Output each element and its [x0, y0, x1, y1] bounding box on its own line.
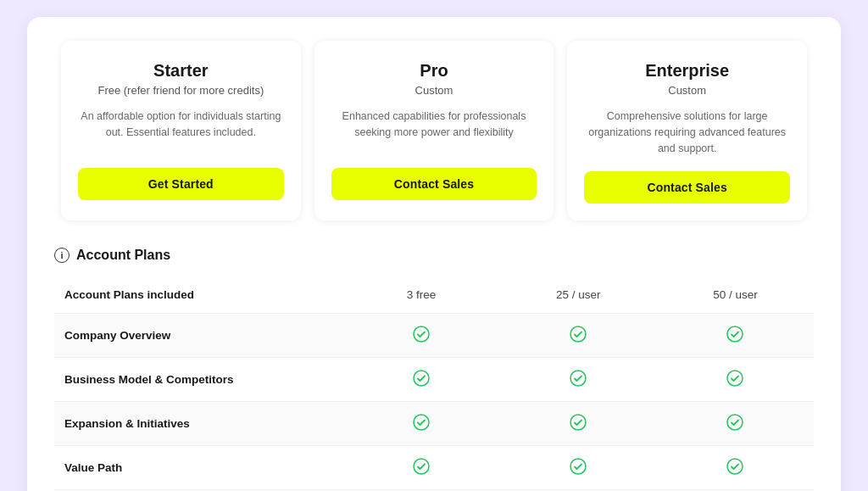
starter-value: [342, 446, 499, 490]
enterprise-value: [657, 446, 814, 490]
svg-point-5: [727, 371, 743, 386]
check-icon: [413, 414, 430, 431]
enterprise-value: [657, 314, 814, 358]
svg-point-6: [414, 415, 429, 430]
starter-value: [342, 358, 499, 402]
main-container: Starter Free (refer friend for more cred…: [27, 17, 841, 491]
plan-name-starter: Starter: [78, 61, 284, 81]
pro-value: [500, 358, 657, 402]
pricing-card-starter: Starter Free (refer friend for more cred…: [61, 41, 301, 220]
check-icon: [413, 458, 430, 475]
svg-point-2: [727, 326, 743, 342]
starter-value: 3 free: [342, 276, 499, 314]
feature-name: Account Plans included: [54, 276, 342, 314]
check-icon: [726, 458, 743, 475]
table-row: Company Overview: [54, 314, 814, 358]
check-icon: [570, 458, 587, 475]
pro-value: [500, 446, 657, 490]
check-icon: [413, 370, 430, 387]
plan-name-enterprise: Enterprise: [584, 61, 790, 81]
starter-value: [342, 402, 499, 446]
plan-description-pro: Enhanced capabilities for professionals …: [331, 109, 537, 153]
check-icon: [570, 370, 587, 387]
check-icon: [413, 326, 430, 343]
svg-point-11: [727, 459, 743, 474]
svg-point-9: [414, 459, 429, 474]
check-icon: [570, 326, 587, 343]
pro-value: 25 / user: [500, 276, 657, 314]
plan-button-starter[interactable]: Get Started: [78, 168, 284, 200]
check-icon: [726, 326, 743, 343]
svg-point-10: [570, 459, 586, 474]
info-icon: i: [54, 248, 70, 263]
plan-price-starter: Free (refer friend for more credits): [78, 84, 284, 97]
comparison-table: Account Plans included 3 free 25 / user …: [54, 276, 814, 491]
pro-value: [500, 314, 657, 358]
section-header: i Account Plans: [54, 248, 814, 263]
section-title: Account Plans: [76, 248, 170, 263]
pricing-card-pro: Pro Custom Enhanced capabilities for pro…: [314, 41, 554, 220]
table-row: Business Model & Competitors: [54, 358, 814, 402]
pricing-row: Starter Free (refer friend for more cred…: [54, 41, 814, 220]
plan-button-pro[interactable]: Contact Sales: [331, 168, 537, 200]
pricing-card-enterprise: Enterprise Custom Comprehensive solution…: [567, 41, 807, 220]
starter-value: [342, 314, 499, 358]
feature-name: Value Path: [54, 446, 342, 490]
pro-value: [500, 402, 657, 446]
feature-name: Business Model & Competitors: [54, 358, 342, 402]
plan-button-enterprise[interactable]: Contact Sales: [584, 171, 790, 204]
svg-point-7: [570, 415, 586, 430]
plan-price-pro: Custom: [331, 84, 537, 97]
plan-price-enterprise: Custom: [584, 84, 790, 97]
check-icon: [726, 414, 743, 431]
feature-name: Expansion & Initiatives: [54, 402, 342, 446]
svg-point-3: [414, 371, 429, 386]
check-icon: [570, 414, 587, 431]
plan-description-starter: An affordable option for individuals sta…: [78, 109, 284, 153]
svg-point-1: [570, 326, 586, 342]
svg-point-8: [727, 415, 743, 430]
enterprise-value: 50 / user: [657, 276, 814, 314]
svg-point-4: [570, 371, 586, 386]
table-row: Value Path: [54, 446, 814, 490]
feature-name: Company Overview: [54, 314, 342, 358]
table-row: Account Plans included 3 free 25 / user …: [54, 276, 814, 314]
svg-point-0: [414, 326, 429, 342]
enterprise-value: [657, 358, 814, 402]
check-icon: [726, 370, 743, 387]
table-row: Expansion & Initiatives: [54, 402, 814, 446]
plan-description-enterprise: Comprehensive solutions for large organi…: [584, 109, 790, 156]
enterprise-value: [657, 402, 814, 446]
plan-name-pro: Pro: [331, 61, 537, 81]
